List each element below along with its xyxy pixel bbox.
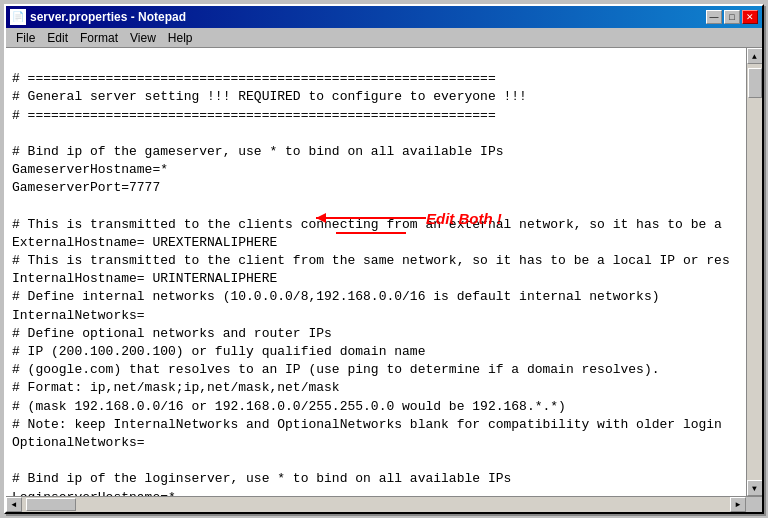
title-bar-left: 📄 server.properties - Notepad: [10, 9, 186, 25]
menu-file[interactable]: File: [10, 30, 41, 46]
main-window: 📄 server.properties - Notepad — □ ✕ File…: [4, 4, 764, 514]
scroll-corner: [746, 497, 762, 512]
scrollbar-horizontal: ◄ ►: [6, 496, 762, 512]
menu-bar: File Edit Format View Help: [6, 28, 762, 48]
menu-format[interactable]: Format: [74, 30, 124, 46]
minimize-button[interactable]: —: [706, 10, 722, 24]
close-button[interactable]: ✕: [742, 10, 758, 24]
menu-edit[interactable]: Edit: [41, 30, 74, 46]
scroll-left-button[interactable]: ◄: [6, 497, 22, 512]
scrollbar-vertical: ▲ ▼: [746, 48, 762, 496]
scroll-down-button[interactable]: ▼: [747, 480, 763, 496]
bottom-area: ◄ ►: [6, 496, 762, 512]
maximize-button[interactable]: □: [724, 10, 740, 24]
window-controls: — □ ✕: [706, 10, 758, 24]
window-title: server.properties - Notepad: [30, 10, 186, 24]
scroll-thumb-horizontal[interactable]: [26, 498, 76, 511]
scroll-up-button[interactable]: ▲: [747, 48, 763, 64]
title-bar: 📄 server.properties - Notepad — □ ✕: [6, 6, 762, 28]
scroll-track-vertical[interactable]: [747, 64, 762, 480]
menu-view[interactable]: View: [124, 30, 162, 46]
scroll-thumb-vertical[interactable]: [748, 68, 762, 98]
scroll-right-button[interactable]: ►: [730, 497, 746, 512]
app-icon: 📄: [10, 9, 26, 25]
editor-content: # ======================================…: [12, 52, 740, 496]
content-area: # ======================================…: [6, 48, 762, 496]
editor-area[interactable]: # ======================================…: [6, 48, 746, 496]
menu-help[interactable]: Help: [162, 30, 199, 46]
scroll-track-horizontal[interactable]: [22, 497, 730, 512]
